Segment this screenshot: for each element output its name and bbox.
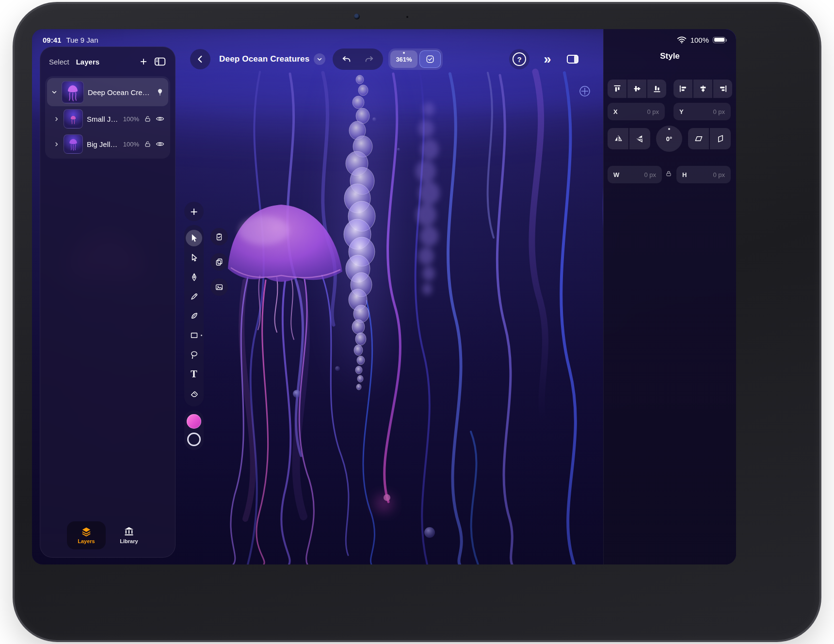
unlock-icon[interactable] <box>143 140 152 148</box>
align-middle-button[interactable] <box>627 80 646 98</box>
front-camera <box>354 14 360 19</box>
back-button[interactable] <box>190 49 210 69</box>
history-controls <box>333 48 383 70</box>
undo-button[interactable] <box>338 50 355 68</box>
layer-row[interactable]: Big Jell… 100% <box>47 131 168 157</box>
dial-dot <box>668 128 670 130</box>
w-label: W <box>613 171 619 178</box>
tool-pencil[interactable] <box>186 288 202 305</box>
zoom-level-button[interactable]: 361% <box>390 50 417 68</box>
shear-horizontal-button[interactable] <box>688 128 709 149</box>
duplicate-button[interactable] <box>210 253 228 271</box>
tab-label: Library <box>120 538 138 544</box>
unlock-icon[interactable] <box>143 115 152 123</box>
help-icon: ? <box>513 52 526 66</box>
selection-mode-button[interactable] <box>419 50 441 68</box>
screen: 09:41 Tue 9 Jan 100% <box>32 29 736 564</box>
layer-tree: Deep Ocean Creatur… <box>45 76 170 159</box>
help-button[interactable]: ? <box>509 49 529 69</box>
layer-row[interactable]: Small J… 100% <box>47 106 168 131</box>
align-left-button[interactable] <box>674 80 692 98</box>
tab-label: Layers <box>78 538 95 544</box>
fill-color-swatch[interactable] <box>187 414 201 429</box>
checkbox-icon <box>425 54 435 64</box>
zoom-select-group: 361% <box>388 48 443 70</box>
double-chevron-icon: » <box>544 52 550 67</box>
layer-name: Small J… <box>87 115 119 123</box>
rotation-dial[interactable]: 0° <box>656 126 682 152</box>
y-value: 0 px <box>713 108 725 115</box>
tool-brush[interactable] <box>186 307 202 324</box>
studio-panel-toggle-button[interactable] <box>564 51 581 67</box>
layer-opacity[interactable]: 100% <box>123 141 139 148</box>
horizontal-align-group <box>674 80 732 98</box>
color-swatches <box>184 410 204 450</box>
tool-rectangle[interactable] <box>186 327 202 343</box>
paste-style-button[interactable] <box>210 228 228 245</box>
redo-button[interactable] <box>360 50 378 68</box>
flyout-dot <box>403 52 405 54</box>
layers-panel-header: Select Layers + <box>40 47 175 72</box>
height-field[interactable]: H 0 px <box>676 166 731 183</box>
style-panel-title: Style <box>604 51 736 61</box>
tool-select-arrow[interactable] <box>186 230 202 246</box>
shear-vertical-button[interactable] <box>710 128 731 149</box>
visibility-eye-icon[interactable] <box>156 141 164 147</box>
disclosure-right-icon[interactable] <box>53 116 60 122</box>
flip-horizontal-button[interactable] <box>608 128 628 149</box>
layer-thumbnail[interactable] <box>64 134 83 154</box>
vertical-align-group <box>608 80 666 98</box>
chevron-left-icon <box>195 54 206 64</box>
visibility-eye-icon[interactable] <box>156 115 164 122</box>
align-right-button[interactable] <box>713 80 732 98</box>
add-layer-button[interactable]: + <box>140 57 147 66</box>
y-position-field[interactable]: Y 0 px <box>674 103 731 120</box>
plus-icon: + <box>190 204 197 219</box>
w-value: 0 px <box>644 171 656 178</box>
document-title-menu[interactable]: Deep Ocean Creatures <box>219 51 325 67</box>
flip-vertical-button[interactable] <box>629 128 650 149</box>
tab-layers-bottom[interactable]: Layers <box>67 521 106 549</box>
disclosure-down-icon[interactable] <box>51 89 58 95</box>
shear-group <box>688 128 731 149</box>
layer-thumbnail[interactable] <box>62 81 84 103</box>
hide-panel-button[interactable] <box>154 56 166 67</box>
chevron-down-icon[interactable] <box>314 53 325 65</box>
flip-vertical-icon <box>635 134 645 144</box>
tool-pen[interactable] <box>186 269 202 285</box>
tool-text[interactable]: T <box>186 366 202 382</box>
flip-group <box>608 128 650 149</box>
select-arrow-icon <box>189 233 199 243</box>
aspect-lock-icon[interactable] <box>664 170 674 177</box>
align-top-button[interactable] <box>608 80 626 98</box>
y-label: Y <box>679 108 684 115</box>
layer-thumbnail[interactable] <box>64 109 83 129</box>
add-object-button[interactable]: + <box>184 202 204 221</box>
layer-row-root[interactable]: Deep Ocean Creatur… <box>47 78 168 106</box>
tab-select[interactable]: Select <box>49 58 69 66</box>
width-field[interactable]: W 0 px <box>608 166 662 183</box>
tab-layers[interactable]: Layers <box>76 58 99 66</box>
panel-bottom-tabs: Layers Library <box>67 521 148 549</box>
place-image-button[interactable] <box>210 278 228 296</box>
redo-icon <box>364 54 374 64</box>
library-building-icon <box>124 527 134 536</box>
brush-icon <box>190 311 199 321</box>
align-center-button[interactable] <box>693 80 712 98</box>
style-panel: Style <box>603 29 736 564</box>
image-icon <box>215 283 224 291</box>
tool-lasso[interactable] <box>186 346 202 363</box>
layer-name: Deep Ocean Creatur… <box>88 88 152 97</box>
disclosure-right-icon[interactable] <box>53 142 60 147</box>
align-bottom-button[interactable] <box>647 80 666 98</box>
layer-opacity[interactable]: 100% <box>123 115 139 123</box>
tab-library-bottom[interactable]: Library <box>110 521 148 549</box>
ambient-sensor <box>406 16 408 18</box>
pin-icon[interactable] <box>156 88 164 96</box>
expand-toolbar-button[interactable]: » <box>536 49 558 69</box>
tool-node-select[interactable] <box>186 249 202 266</box>
crosshair-icon <box>580 86 590 96</box>
x-position-field[interactable]: X 0 px <box>608 103 665 120</box>
stroke-color-swatch[interactable] <box>187 433 201 446</box>
tool-eraser[interactable] <box>186 385 202 402</box>
